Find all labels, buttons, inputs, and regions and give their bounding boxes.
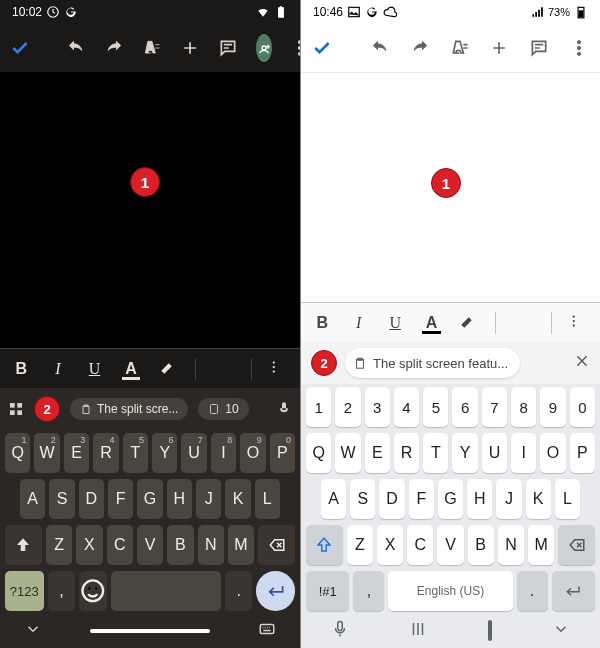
key-u[interactable]: U: [482, 433, 507, 473]
key-h[interactable]: H: [167, 479, 192, 519]
key-x[interactable]: X: [76, 525, 102, 565]
space-key[interactable]: English (US): [388, 571, 512, 611]
back-button[interactable]: [552, 620, 570, 642]
shift-key[interactable]: [306, 525, 343, 565]
key-t[interactable]: T: [423, 433, 448, 473]
key-h[interactable]: H: [467, 479, 492, 519]
key-b[interactable]: B: [468, 525, 494, 565]
key-7[interactable]: 7: [482, 387, 507, 427]
key-g[interactable]: G: [137, 479, 162, 519]
overflow-button[interactable]: [568, 37, 590, 59]
list-button[interactable]: [269, 358, 288, 380]
undo-button[interactable]: [66, 37, 86, 59]
key-m[interactable]: M: [228, 525, 254, 565]
home-button[interactable]: [488, 622, 492, 640]
align-button[interactable]: [214, 358, 233, 380]
highlight-button[interactable]: [158, 358, 177, 380]
comma-key[interactable]: ,: [353, 571, 384, 611]
space-key[interactable]: [111, 571, 221, 611]
key-w[interactable]: W: [335, 433, 360, 473]
key-1[interactable]: 1: [306, 387, 331, 427]
keyboard-switch-icon[interactable]: [258, 620, 276, 642]
key-d[interactable]: D: [79, 479, 104, 519]
key-u[interactable]: U7: [181, 433, 206, 473]
key-2[interactable]: 2: [335, 387, 360, 427]
undo-button[interactable]: [369, 37, 391, 59]
key-p[interactable]: P0: [270, 433, 295, 473]
insert-button[interactable]: [180, 37, 200, 59]
key-8[interactable]: 8: [511, 387, 536, 427]
gesture-handle[interactable]: [90, 629, 210, 633]
italic-button[interactable]: I: [49, 360, 68, 378]
key-r[interactable]: R: [394, 433, 419, 473]
key-b[interactable]: B: [167, 525, 193, 565]
shift-key[interactable]: [5, 525, 42, 565]
text-color-button[interactable]: A: [122, 360, 141, 378]
key-o[interactable]: O: [540, 433, 565, 473]
numtoggle-key[interactable]: ?123: [5, 571, 44, 611]
key-6[interactable]: 6: [452, 387, 477, 427]
text-format-button[interactable]: [449, 37, 471, 59]
key-m[interactable]: M: [528, 525, 554, 565]
key-c[interactable]: C: [407, 525, 433, 565]
key-c[interactable]: C: [107, 525, 133, 565]
comma-key[interactable]: ,: [48, 571, 76, 611]
list-button[interactable]: [570, 312, 588, 334]
recent-apps-button[interactable]: [409, 620, 427, 642]
done-button[interactable]: [10, 37, 30, 59]
key-k[interactable]: K: [526, 479, 551, 519]
key-x[interactable]: X: [377, 525, 403, 565]
share-button[interactable]: [256, 34, 272, 62]
text-format-button[interactable]: [142, 37, 162, 59]
key-i[interactable]: I: [511, 433, 536, 473]
underline-button[interactable]: U: [386, 314, 404, 332]
key-o[interactable]: O9: [240, 433, 265, 473]
key-q[interactable]: Q1: [5, 433, 30, 473]
key-v[interactable]: V: [137, 525, 163, 565]
key-5[interactable]: 5: [423, 387, 448, 427]
backspace-key[interactable]: [558, 525, 595, 565]
key-j[interactable]: J: [196, 479, 221, 519]
key-0[interactable]: 0: [570, 387, 595, 427]
key-n[interactable]: N: [498, 525, 524, 565]
clipboard-suggestion[interactable]: The split screen featu...: [345, 348, 520, 378]
key-f[interactable]: F: [108, 479, 133, 519]
dismiss-suggestion-button[interactable]: [574, 353, 590, 373]
redo-button[interactable]: [104, 37, 124, 59]
key-f[interactable]: F: [409, 479, 434, 519]
key-v[interactable]: V: [437, 525, 463, 565]
enter-key[interactable]: [256, 571, 295, 611]
key-3[interactable]: 3: [365, 387, 390, 427]
key-s[interactable]: S: [49, 479, 74, 519]
key-p[interactable]: P: [570, 433, 595, 473]
align-button[interactable]: [514, 312, 532, 334]
underline-button[interactable]: U: [85, 360, 104, 378]
period-key[interactable]: .: [517, 571, 548, 611]
text-color-button[interactable]: A: [422, 314, 440, 332]
key-w[interactable]: W2: [34, 433, 59, 473]
key-a[interactable]: A: [321, 479, 346, 519]
key-r[interactable]: R4: [93, 433, 118, 473]
mic-icon[interactable]: [331, 620, 349, 642]
key-l[interactable]: L: [555, 479, 580, 519]
key-i[interactable]: I8: [211, 433, 236, 473]
key-q[interactable]: Q: [306, 433, 331, 473]
key-s[interactable]: S: [350, 479, 375, 519]
numtoggle-key[interactable]: !#1: [306, 571, 349, 611]
comment-button[interactable]: [528, 37, 550, 59]
key-n[interactable]: N: [198, 525, 224, 565]
key-j[interactable]: J: [496, 479, 521, 519]
key-z[interactable]: Z: [46, 525, 72, 565]
key-y[interactable]: Y: [452, 433, 477, 473]
key-k[interactable]: K: [225, 479, 250, 519]
key-d[interactable]: D: [379, 479, 404, 519]
document-canvas[interactable]: 1: [0, 72, 300, 348]
document-canvas[interactable]: 1: [301, 72, 600, 302]
key-t[interactable]: T5: [123, 433, 148, 473]
key-9[interactable]: 9: [540, 387, 565, 427]
redo-button[interactable]: [409, 37, 431, 59]
enter-key[interactable]: [552, 571, 595, 611]
key-l[interactable]: L: [255, 479, 280, 519]
clipboard-count[interactable]: 10: [198, 398, 248, 420]
key-e[interactable]: E3: [64, 433, 89, 473]
